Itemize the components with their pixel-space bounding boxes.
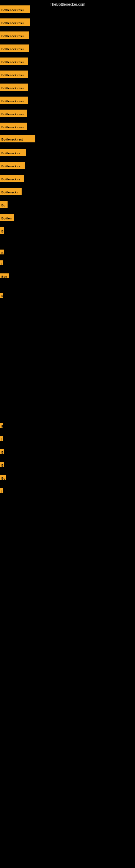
bar-item-15: Bottleneck r: [0, 188, 21, 195]
bar-item-7: Bottleneck resu: [0, 84, 28, 91]
bar-item-23: E: [0, 423, 3, 428]
bar-label-15: Bottleneck r: [0, 188, 21, 195]
bar-item-2: Bottleneck resu: [0, 19, 30, 26]
bar-label-16: Bo: [0, 201, 8, 208]
bar-label-9: Bottleneck resu: [0, 110, 27, 117]
bar-label-26: B: [0, 462, 4, 467]
bar-item-12: Bottleneck re: [0, 149, 26, 156]
bar-label-12: Bottleneck re: [0, 149, 26, 156]
bar-label-2: Bottleneck resu: [0, 19, 30, 26]
bar-item-4: Bottleneck resu: [0, 44, 29, 52]
bar-label-10: Bottleneck resu: [0, 123, 27, 130]
bar-item-14: Bottleneck re: [0, 175, 24, 182]
bar-item-16: Bo: [0, 201, 8, 208]
bar-label-21: Bott: [0, 273, 9, 278]
bar-item-5: Bottleneck resu: [0, 58, 28, 65]
bar-label-1: Bottleneck resu: [0, 5, 30, 13]
bar-item-9: Bottleneck resu: [0, 110, 27, 117]
bar-label-5: Bottleneck resu: [0, 58, 28, 65]
bar-item-27: Bo: [0, 475, 6, 480]
bar-item-13: Bottleneck re: [0, 162, 25, 169]
bar-item-8: Bottleneck resu: [0, 97, 28, 104]
bar-label-22: E: [0, 293, 3, 298]
bar-label-4: Bottleneck resu: [0, 44, 29, 52]
bar-label-23: E: [0, 423, 3, 428]
bar-label-13: Bottleneck re: [0, 162, 25, 169]
bar-item-21: Bott: [0, 273, 9, 278]
bar-label-27: Bo: [0, 475, 6, 480]
bar-item-3: Bottleneck resu: [0, 31, 29, 39]
bar-label-17: Bottlen: [0, 214, 14, 221]
bar-label-11: Bottleneck rest: [0, 135, 35, 143]
bar-item-17: Bottlen: [0, 214, 14, 221]
bar-label-18: B: [0, 227, 4, 235]
bar-label-7: Bottleneck resu: [0, 84, 28, 91]
bar-item-20: |: [0, 260, 2, 265]
bar-item-6: Bottleneck resu: [0, 70, 28, 78]
bar-label-14: Bottleneck re: [0, 175, 24, 182]
bar-label-28: |: [0, 488, 3, 493]
bar-item-28: |: [0, 488, 2, 493]
bar-item-18: B: [0, 227, 4, 235]
bar-item-24: |: [0, 436, 2, 441]
bar-label-8: Bottleneck resu: [0, 97, 28, 104]
bar-item-25: B: [0, 449, 4, 454]
bar-label-3: Bottleneck resu: [0, 31, 29, 39]
bar-label-20: |: [0, 260, 3, 265]
bar-label-19: B: [0, 250, 4, 254]
bar-item-19: B: [0, 250, 4, 254]
bar-label-6: Bottleneck resu: [0, 70, 28, 78]
bar-item-1: Bottleneck resu: [0, 5, 30, 13]
bar-label-25: B: [0, 449, 4, 454]
bar-item-11: Bottleneck rest: [0, 135, 35, 143]
bar-item-10: Bottleneck resu: [0, 123, 27, 130]
bar-item-26: B: [0, 462, 4, 467]
bar-label-24: |: [0, 436, 3, 441]
bar-item-22: E: [0, 293, 3, 298]
